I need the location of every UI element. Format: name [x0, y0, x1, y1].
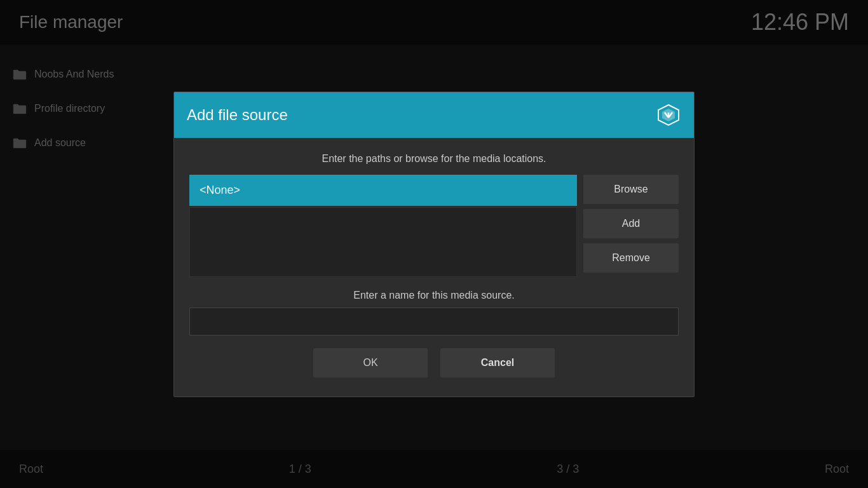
action-button-group: Browse Add Remove [583, 175, 679, 277]
dialog-header: Add file source [174, 92, 694, 138]
remove-button[interactable]: Remove [583, 243, 679, 273]
name-input[interactable] [189, 308, 679, 336]
dialog-button-group: OK Cancel [189, 348, 679, 381]
dialog-body: Enter the paths or browse for the media … [174, 138, 694, 396]
name-label: Enter a name for this media source. [189, 290, 679, 301]
path-input-area [189, 175, 577, 277]
dialog-title: Add file source [187, 106, 288, 124]
modal-overlay: Add file source Enter the paths or brows… [0, 0, 868, 488]
path-section: Browse Add Remove [189, 175, 679, 277]
name-section: Enter a name for this media source. [189, 290, 679, 336]
browse-button[interactable]: Browse [583, 175, 679, 204]
cancel-button[interactable]: Cancel [440, 348, 555, 377]
add-button[interactable]: Add [583, 209, 679, 238]
ok-button[interactable]: OK [313, 348, 428, 377]
path-list [189, 207, 577, 277]
path-input[interactable] [189, 175, 577, 206]
add-file-source-dialog: Add file source Enter the paths or brows… [173, 92, 695, 397]
dialog-instruction: Enter the paths or browse for the media … [189, 153, 679, 165]
kodi-logo-icon [656, 102, 681, 128]
